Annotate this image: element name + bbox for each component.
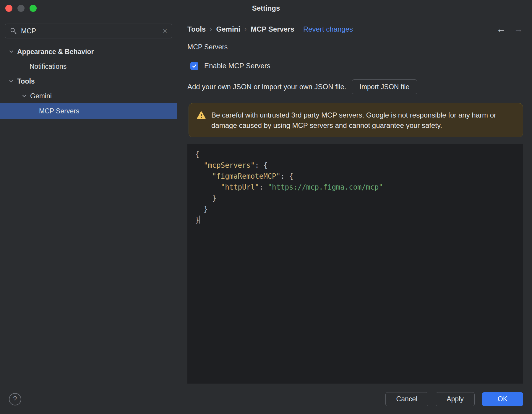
- revert-changes-link[interactable]: Revert changes: [303, 25, 353, 33]
- search-icon[interactable]: [10, 27, 17, 35]
- sidebar-item-notifications[interactable]: Notifications: [0, 59, 177, 74]
- chevron-down-icon[interactable]: [8, 49, 15, 55]
- warning-icon: [197, 111, 206, 120]
- sidebar-item-label: Appearance & Behavior: [17, 48, 94, 56]
- sidebar-item-tools[interactable]: Tools: [0, 74, 177, 89]
- sidebar-item-label: MCP Servers: [39, 107, 79, 115]
- mcp-servers-panel: Tools › Gemini › MCP Servers Revert chan…: [177, 16, 532, 384]
- help-icon: ?: [13, 395, 17, 403]
- minimize-window-button[interactable]: [17, 5, 25, 12]
- apply-button[interactable]: Apply: [436, 392, 475, 406]
- window-title: Settings: [252, 4, 280, 12]
- breadcrumb: Tools › Gemini › MCP Servers Revert chan…: [187, 25, 523, 34]
- zoom-window-button[interactable]: [30, 5, 37, 12]
- sidebar-item-label: Notifications: [30, 63, 66, 71]
- cancel-button[interactable]: Cancel: [385, 392, 429, 406]
- breadcrumb-separator-icon: ›: [244, 25, 246, 33]
- settings-tree: Appearance & Behavior Notifications Tool…: [0, 44, 177, 119]
- chevron-down-icon[interactable]: [8, 78, 15, 84]
- settings-window: Settings × Appearance & Behavior: [0, 0, 532, 414]
- footer-buttons: Cancel Apply OK: [385, 392, 523, 406]
- search-input[interactable]: [21, 27, 163, 35]
- history-nav: ← →: [497, 25, 523, 34]
- close-window-button[interactable]: [5, 5, 12, 12]
- help-button[interactable]: ?: [9, 393, 21, 405]
- chevron-down-icon[interactable]: [21, 93, 28, 99]
- warning-text: Be careful with untrusted 3rd party MCP …: [211, 110, 515, 131]
- section-header: MCP Servers: [187, 43, 523, 51]
- ok-button[interactable]: OK: [482, 392, 523, 406]
- import-json-button[interactable]: Import JSON file: [352, 79, 418, 94]
- sidebar-item-appearance-behavior[interactable]: Appearance & Behavior: [0, 44, 177, 59]
- enable-mcp-checkbox[interactable]: [190, 62, 198, 70]
- breadcrumb-separator-icon: ›: [210, 25, 212, 33]
- section-divider: [233, 47, 523, 47]
- sidebar-item-label: Gemini: [30, 92, 52, 100]
- import-instruction: Add your own JSON or import your own JSO…: [187, 83, 346, 91]
- code-editor[interactable]: { "mcpServers": { "figmaRemoteMCP": { "h…: [187, 144, 523, 384]
- enable-mcp-row: Enable MCP Servers: [187, 62, 523, 70]
- sidebar-item-gemini[interactable]: Gemini: [0, 89, 177, 103]
- titlebar: Settings: [0, 0, 532, 16]
- warning-banner: Be careful with untrusted 3rd party MCP …: [189, 103, 523, 137]
- page-title: MCP Servers: [187, 43, 228, 51]
- settings-sidebar: × Appearance & Behavior Notifications: [0, 16, 177, 384]
- sidebar-item-label: Tools: [17, 77, 35, 85]
- forward-arrow-icon[interactable]: →: [514, 25, 523, 34]
- sidebar-item-mcp-servers[interactable]: MCP Servers: [0, 103, 177, 119]
- breadcrumb-tools[interactable]: Tools: [187, 25, 206, 33]
- import-row: Add your own JSON or import your own JSO…: [187, 79, 523, 94]
- clear-search-icon[interactable]: ×: [163, 27, 167, 35]
- enable-mcp-label: Enable MCP Servers: [204, 62, 270, 70]
- code-editor-lines: { "mcpServers": { "figmaRemoteMCP": { "h…: [195, 149, 523, 226]
- breadcrumb-mcp-servers: MCP Servers: [251, 25, 294, 33]
- traffic-lights: [5, 5, 37, 12]
- breadcrumb-gemini[interactable]: Gemini: [216, 25, 240, 33]
- settings-search-box[interactable]: ×: [5, 24, 172, 38]
- back-arrow-icon[interactable]: ←: [497, 25, 506, 34]
- footer-bar: ? Cancel Apply OK: [0, 384, 532, 414]
